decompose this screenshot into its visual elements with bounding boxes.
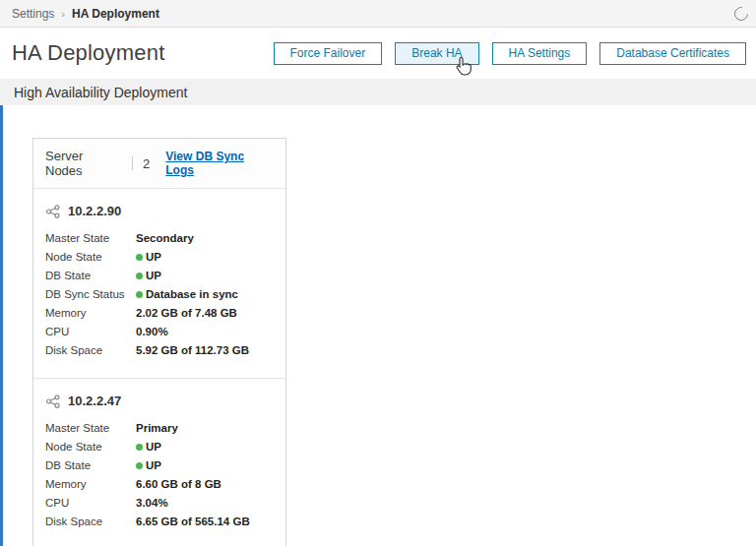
status-up-dot-icon	[136, 444, 143, 451]
break-ha-button[interactable]: Break HA	[395, 42, 478, 65]
server-nodes-count: 2	[143, 156, 150, 171]
content-area: Server Nodes 2 View DB Sync Logs 10.2.2.…	[0, 105, 756, 546]
stat-label: Disk Space	[45, 343, 136, 357]
stat-value: 0.90%	[136, 325, 168, 338]
stat-row: Node State UP	[45, 250, 274, 264]
breadcrumb-settings[interactable]: Settings	[12, 7, 54, 21]
stat-value: 6.65 GB of 565.14 GB	[136, 515, 250, 528]
stat-label: DB State	[45, 458, 136, 472]
stat-label: Master State	[45, 231, 136, 245]
force-failover-button[interactable]: Force Failover	[274, 42, 383, 65]
section-header: High Availability Deployment	[0, 79, 756, 105]
ha-nodes-card: Server Nodes 2 View DB Sync Logs 10.2.2.…	[32, 138, 286, 546]
view-db-sync-logs-link[interactable]: View DB Sync Logs	[165, 150, 274, 177]
stat-row: DB State UP	[45, 458, 274, 472]
stat-value: UP	[136, 440, 161, 454]
stat-label: Node State	[45, 250, 136, 264]
cluster-node-icon	[45, 205, 61, 218]
stat-label: DB State	[45, 269, 136, 282]
node-ip: 10.2.2.90	[68, 204, 121, 218]
stat-label: CPU	[45, 325, 136, 338]
stat-label: Node State	[45, 440, 136, 454]
stat-value: 3.04%	[136, 496, 168, 510]
stat-value-text: UP	[146, 440, 161, 454]
stat-value: Primary	[136, 421, 178, 435]
stat-row: Master State Secondary	[45, 231, 274, 245]
stat-row: CPU 3.04%	[45, 496, 274, 510]
stat-value: Secondary	[136, 231, 194, 245]
node-header: 10.2.2.47	[45, 394, 274, 408]
page-title: HA Deployment	[12, 40, 164, 66]
stat-value: 6.60 GB of 8 GB	[136, 477, 221, 491]
stat-label: Disk Space	[45, 515, 136, 528]
status-up-dot-icon	[136, 273, 143, 279]
stat-label: Memory	[45, 477, 136, 491]
node-ip: 10.2.2.47	[68, 394, 121, 408]
stat-row: Memory 2.02 GB of 7.48 GB	[45, 306, 274, 320]
section-title: High Availability Deployment	[14, 85, 187, 100]
stat-value-text: Database in sync	[146, 287, 238, 301]
action-buttons: Force Failover Break HA HA Settings Data…	[274, 42, 746, 65]
status-up-dot-icon	[136, 462, 143, 469]
server-nodes-label: Server Nodes	[45, 149, 122, 178]
stat-label: DB Sync Status	[45, 287, 136, 301]
card-header: Server Nodes 2 View DB Sync Logs	[33, 139, 285, 189]
node-panel-secondary: 10.2.2.90 Master State Secondary Node St…	[33, 189, 285, 378]
stat-label: CPU	[45, 496, 136, 510]
stat-value: 5.92 GB of 112.73 GB	[136, 343, 249, 357]
breadcrumb-separator-icon: ›	[61, 8, 65, 20]
stat-row: Node State UP	[45, 440, 274, 454]
status-sync-dot-icon	[136, 291, 143, 298]
node-header: 10.2.2.90	[45, 204, 274, 218]
stat-value-text: UP	[146, 250, 161, 264]
stat-value: Database in sync	[136, 287, 238, 301]
stat-label: Master State	[45, 421, 136, 435]
stat-row: Memory 6.60 GB of 8 GB	[45, 477, 274, 491]
page-header: HA Deployment Force Failover Break HA HA…	[0, 28, 756, 79]
stat-value-text: UP	[146, 269, 161, 282]
header-divider	[132, 156, 133, 170]
stat-value: UP	[136, 269, 161, 282]
breadcrumb-current: HA Deployment	[72, 7, 159, 21]
stat-value: UP	[136, 250, 161, 264]
stat-label: Memory	[45, 306, 136, 320]
stat-value: UP	[136, 458, 161, 472]
database-certificates-button[interactable]: Database Certificates	[599, 42, 746, 65]
stat-row: DB State UP	[45, 269, 274, 282]
stat-row: DB Sync Status Database in sync	[45, 287, 274, 301]
status-up-dot-icon	[136, 254, 143, 261]
ha-settings-button[interactable]: HA Settings	[492, 42, 588, 65]
cluster-node-icon	[45, 394, 61, 408]
stat-row: Disk Space 6.65 GB of 565.14 GB	[45, 515, 274, 528]
node-panel-primary: 10.2.2.47 Master State Primary Node Stat…	[33, 378, 285, 546]
breadcrumb-bar: Settings › HA Deployment	[0, 0, 756, 28]
stat-row: CPU 0.90%	[45, 325, 274, 338]
refresh-icon[interactable]	[731, 4, 751, 24]
stat-row: Disk Space 5.92 GB of 112.73 GB	[45, 343, 274, 357]
breadcrumb: Settings › HA Deployment	[12, 7, 159, 21]
stat-value: 2.02 GB of 7.48 GB	[136, 306, 237, 320]
stat-row: Master State Primary	[45, 421, 274, 435]
stat-value-text: UP	[146, 458, 161, 472]
